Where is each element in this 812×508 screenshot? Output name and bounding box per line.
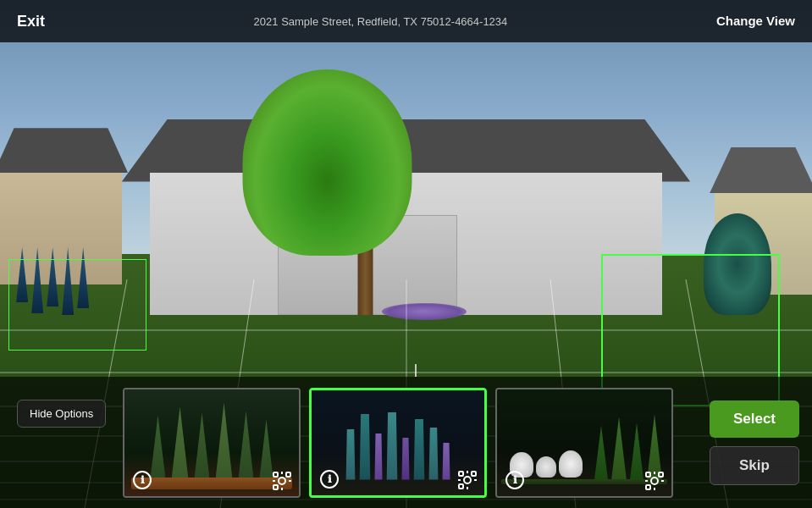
skip-button[interactable]: Skip	[710, 446, 799, 485]
svg-rect-18	[472, 472, 476, 476]
ground-scatter-2	[324, 477, 472, 483]
planter-box-1	[131, 478, 292, 489]
hide-options-button[interactable]: Hide Options	[17, 400, 106, 428]
plant-card-1[interactable]: ℹ	[123, 388, 301, 498]
card2-info-icon[interactable]: ℹ	[320, 470, 339, 489]
svg-point-20	[651, 478, 658, 484]
card-connector-line	[415, 364, 417, 377]
card3-scan-icon[interactable]	[644, 471, 665, 491]
plant-cards-area: ℹ	[123, 388, 699, 498]
svg-rect-17	[459, 472, 463, 476]
svg-rect-14	[286, 472, 290, 477]
card1-scan-icon[interactable]	[272, 471, 292, 491]
plant-card-3[interactable]: ℹ	[495, 388, 673, 498]
bottom-panel: ℹ	[0, 377, 812, 508]
card2-scan-icon[interactable]	[457, 470, 478, 490]
svg-rect-19	[459, 484, 463, 489]
svg-point-12	[279, 478, 285, 484]
top-bar: Exit 2021 Sample Street, Redfield, TX 75…	[0, 0, 812, 42]
svg-rect-23	[646, 485, 650, 489]
change-view-button[interactable]: Change View	[716, 14, 795, 29]
left-zone-highlight	[8, 259, 146, 351]
card1-info-icon[interactable]: ℹ	[133, 471, 152, 489]
action-buttons-area: Select Skip	[710, 400, 799, 485]
exit-button[interactable]: Exit	[17, 13, 45, 30]
svg-point-16	[464, 477, 471, 483]
left-building-roof	[0, 128, 128, 173]
tree-canopy	[242, 69, 412, 256]
svg-rect-22	[659, 472, 663, 477]
card3-info-icon[interactable]: ℹ	[505, 471, 524, 489]
ground-line-3	[501, 479, 667, 484]
svg-rect-21	[646, 472, 650, 477]
address-text: 2021 Sample Street, Redfield, TX 75012-4…	[254, 15, 508, 28]
svg-rect-15	[273, 485, 278, 489]
svg-rect-13	[273, 472, 278, 477]
select-button[interactable]: Select	[710, 400, 799, 438]
plant-card-2[interactable]: ℹ	[309, 388, 487, 498]
